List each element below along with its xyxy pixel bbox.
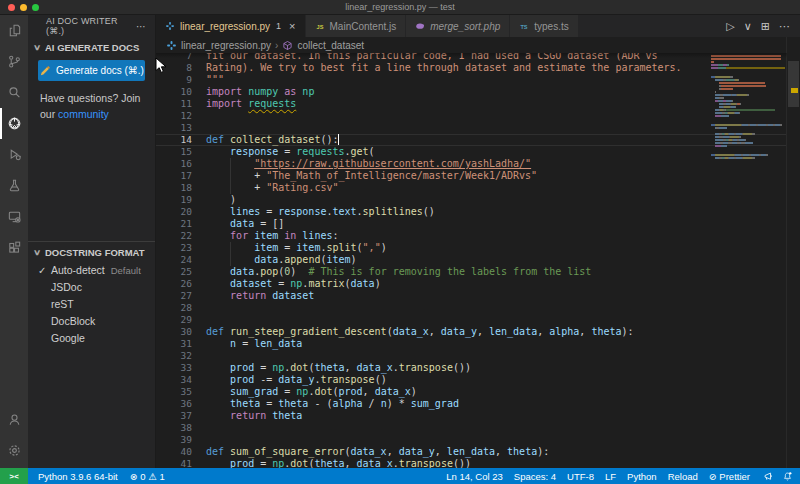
code-line-26[interactable]: 26 dataset = np.matrix(data)	[156, 278, 787, 290]
activity-item-run-debug[interactable]	[0, 139, 28, 170]
minimize-window-button[interactable]	[20, 4, 27, 11]
tab-linear_regression.py[interactable]: linear_regression.py1×	[156, 15, 306, 37]
line-number: 40	[156, 446, 192, 458]
code-line-15[interactable]: 15 response = requests.get(	[156, 146, 787, 158]
code-line-19[interactable]: 19 )	[156, 194, 787, 206]
bell-icon[interactable]	[782, 471, 793, 482]
maximize-window-button[interactable]	[32, 4, 39, 11]
activity-item-settings[interactable]	[0, 435, 28, 466]
code-line-25[interactable]: 25 data.pop(0) # This is for removing th…	[156, 266, 787, 278]
code-line-32[interactable]: 32	[156, 350, 787, 362]
code-line-11[interactable]: 11import requests	[156, 98, 787, 110]
svg-text:JS: JS	[316, 24, 323, 30]
code-editor[interactable]: 7fit our dataset. In this particular cod…	[156, 53, 787, 468]
code-line-21[interactable]: 21 data = []	[156, 218, 787, 230]
line-number: 13	[156, 122, 192, 134]
tab-types.ts[interactable]: TStypes.ts	[510, 15, 578, 37]
code-line-8[interactable]: 8Rating). We try to best fit a line thro…	[156, 62, 787, 74]
code-line-34[interactable]: 34 prod -= data_y.transpose()	[156, 374, 787, 386]
code-line-17[interactable]: 17 + "The_Math_of_Intelligence/master/We…	[156, 170, 787, 182]
community-link[interactable]: community	[58, 108, 109, 120]
code-line-35[interactable]: 35 sum_grad = np.dot(prod, data_x)	[156, 386, 787, 398]
status-problems[interactable]: ⊗ 0 ⚠ 1	[130, 471, 165, 482]
scrollbar-slider[interactable]	[788, 61, 799, 107]
status-indentation[interactable]: Spaces: 4	[514, 471, 556, 482]
close-window-button[interactable]	[8, 4, 15, 11]
feedback-icon[interactable]	[763, 471, 774, 482]
more-actions-icon[interactable]: ⋯	[136, 21, 147, 32]
scrollbar[interactable]	[786, 37, 800, 468]
activity-item-testing[interactable]	[0, 170, 28, 201]
code-line-33[interactable]: 33 prod = np.dot(theta, data_x.transpose…	[156, 362, 787, 374]
code-line-27[interactable]: 27 return dataset	[156, 290, 787, 302]
line-number: 16	[156, 158, 192, 170]
activity-item-explorer[interactable]	[0, 15, 28, 46]
minimap[interactable]	[711, 55, 785, 160]
activity-item-remote-explorer[interactable]	[0, 201, 28, 232]
code-line-10[interactable]: 10import numpy as np	[156, 86, 787, 98]
section-docstring-format[interactable]: ∨ DOCSTRING FORMAT	[28, 242, 155, 262]
status-reload[interactable]: Reload	[668, 471, 698, 482]
indent-guide	[230, 242, 231, 254]
code-line-20[interactable]: 20 lines = response.text.splitlines()	[156, 206, 787, 218]
format-option-docblock[interactable]: DocBlock	[28, 313, 155, 330]
tab-merge_sort.php[interactable]: merge_sort.php	[406, 15, 510, 37]
code-line-30[interactable]: 30def run_steep_gradient_descent(data_x,…	[156, 326, 787, 338]
search-icon	[7, 85, 22, 100]
activity-item-ai-doc-writer[interactable]	[0, 108, 28, 139]
code-line-37[interactable]: 37 return theta	[156, 410, 787, 422]
activity-item-search[interactable]	[0, 77, 28, 108]
status-icons	[763, 471, 793, 482]
code-line-14[interactable]: 14def collect_dataset():	[156, 134, 787, 146]
code-line-13[interactable]: 13	[156, 122, 787, 134]
status-cursor-position[interactable]: Ln 14, Col 23	[446, 471, 503, 482]
code-line-36[interactable]: 36 theta = theta - (alpha / n) * sum_gra…	[156, 398, 787, 410]
code-line-29[interactable]: 29	[156, 314, 787, 326]
code-line-9[interactable]: 9"""	[156, 74, 787, 86]
run-button[interactable]: ▷	[726, 20, 734, 33]
close-icon[interactable]: ×	[289, 20, 295, 32]
run-dropdown-icon[interactable]: ∨	[744, 20, 752, 33]
code-line-24[interactable]: 24 data.append(item)	[156, 254, 787, 266]
sidebar-ai-doc-writer: AI DOC WRITER (⌘.) ⋯ ∨ AI GENERATE DOCS …	[28, 15, 156, 468]
status-language-mode[interactable]: Python	[627, 471, 657, 482]
section-ai-generate-docs[interactable]: ∨ AI GENERATE DOCS	[28, 37, 155, 57]
indent-guide	[230, 254, 231, 266]
split-editor-button[interactable]: ⊞	[761, 20, 770, 33]
minimap-line	[711, 145, 785, 147]
format-option-rest[interactable]: reST	[28, 296, 155, 313]
activity-item-source-control[interactable]	[0, 46, 28, 77]
more-actions-button[interactable]: ⋯	[779, 20, 790, 33]
minimap-line	[711, 154, 785, 156]
code-line-22[interactable]: 22 for item in lines:	[156, 230, 787, 242]
format-option-google[interactable]: Google	[28, 330, 155, 347]
format-option-jsdoc[interactable]: JSDoc	[28, 279, 155, 296]
code-line-41[interactable]: 41 prod = np.dot(theta, data_x.transpose…	[156, 458, 787, 468]
code-line-38[interactable]: 38	[156, 422, 787, 434]
generate-docs-button[interactable]: Generate docs (⌘.)	[38, 60, 145, 81]
status-python-interpreter[interactable]: Python 3.9.6 64-bit	[38, 471, 118, 482]
tab-label: merge_sort.php	[430, 21, 500, 32]
line-number: 24	[156, 254, 192, 266]
format-option-autodetect[interactable]: ✓Auto-detectDefault	[28, 262, 155, 279]
line-number: 25	[156, 266, 192, 278]
help-line2: our	[40, 108, 58, 120]
code-line-23[interactable]: 23 item = item.split(",")	[156, 242, 787, 254]
code-line-40[interactable]: 40def sum_of_square_error(data_x, data_y…	[156, 446, 787, 458]
status-prettier[interactable]: ⊘ Prettier	[709, 471, 750, 482]
code-line-16[interactable]: 16 "https://raw.githubusercontent.com/ya…	[156, 158, 787, 170]
tab-MainContent.js[interactable]: JSMainContent.js	[306, 15, 407, 37]
status-eol[interactable]: LF	[605, 471, 616, 482]
code-line-28[interactable]: 28	[156, 302, 787, 314]
activity-item-extensions[interactable]	[0, 232, 28, 263]
breadcrumb-symbol[interactable]: collect_dataset	[297, 40, 364, 51]
code-line-39[interactable]: 39	[156, 434, 787, 446]
code-line-18[interactable]: 18 + "Rating.csv"	[156, 182, 787, 194]
code-line-12[interactable]: 12	[156, 110, 787, 122]
status-encoding[interactable]: UTF-8	[567, 471, 594, 482]
activity-item-accounts[interactable]	[0, 404, 28, 435]
code-line-7[interactable]: 7fit our dataset. In this particular cod…	[156, 53, 787, 62]
remote-indicator[interactable]: ><	[0, 468, 28, 484]
code-line-31[interactable]: 31 n = len_data	[156, 338, 787, 350]
breadcrumb-file[interactable]: linear_regression.py	[181, 40, 271, 51]
